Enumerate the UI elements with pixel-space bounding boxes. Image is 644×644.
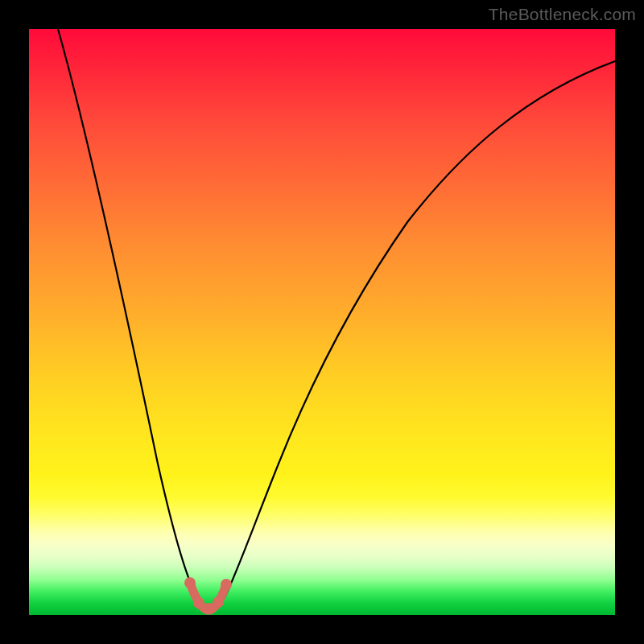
- watermark-text: TheBottleneck.com: [489, 5, 636, 24]
- plot-area: [29, 29, 615, 615]
- curve-layer: [29, 29, 615, 615]
- min-marker-center: [203, 603, 214, 614]
- bottleneck-curve: [58, 29, 615, 609]
- min-marker-right: [221, 579, 232, 590]
- min-marker-left: [184, 577, 196, 588]
- chart-frame: TheBottleneck.com: [0, 0, 644, 644]
- min-marker-midright: [213, 597, 224, 608]
- min-marker-midleft: [193, 597, 204, 609]
